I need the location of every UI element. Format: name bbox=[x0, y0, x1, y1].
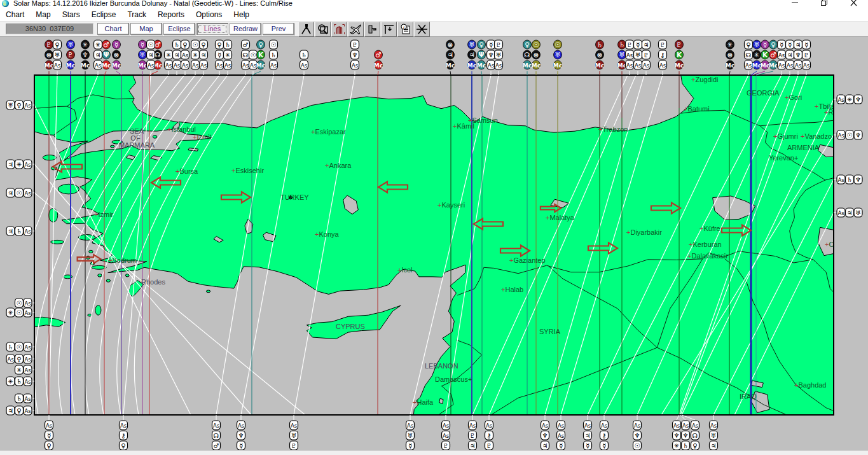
point-badge: ♄ bbox=[15, 394, 24, 403]
menu-item-eclipse[interactable]: Eclipse bbox=[86, 9, 122, 20]
point-badge: As bbox=[837, 175, 845, 184]
map-label: GEORGIA bbox=[747, 89, 780, 97]
point-badge: As bbox=[290, 421, 298, 430]
map-label: LEBANON bbox=[425, 362, 458, 370]
paint-roller-icon[interactable] bbox=[364, 22, 380, 37]
svg-text:♀: ♀ bbox=[217, 41, 221, 48]
map-label: +Gori bbox=[785, 94, 802, 101]
redraw-button[interactable]: Redraw bbox=[230, 23, 261, 35]
svg-text:♀: ♀ bbox=[121, 442, 125, 449]
svg-text:♄: ♄ bbox=[301, 52, 307, 59]
point-badge: ✳ bbox=[224, 50, 232, 59]
svg-text:i: i bbox=[403, 25, 404, 30]
toolbar-buttons: ChartMapEclipseLinesRedrawPrev bbox=[97, 23, 296, 35]
menu-item-stars[interactable]: Stars bbox=[57, 9, 86, 20]
chart-button[interactable]: Chart bbox=[97, 23, 129, 35]
point-badge: As bbox=[642, 60, 651, 69]
prev-button[interactable]: Prev bbox=[263, 23, 294, 35]
menu-item-map[interactable]: Map bbox=[30, 9, 56, 20]
coordinates-display: 36N30 037E09 bbox=[6, 24, 93, 34]
offset-arrow-icon[interactable] bbox=[381, 22, 397, 37]
menu-item-chart[interactable]: Chart bbox=[0, 9, 30, 20]
svg-text:☿: ☿ bbox=[586, 442, 589, 449]
map-button[interactable]: Map bbox=[130, 23, 162, 35]
minimize-button[interactable] bbox=[780, 0, 809, 8]
island bbox=[125, 274, 129, 277]
svg-text:♆: ♆ bbox=[855, 96, 861, 103]
map-label: +Gjumri bbox=[773, 132, 798, 140]
planet-badge: Mc bbox=[675, 60, 684, 69]
lines-toggle-icon[interactable] bbox=[414, 22, 430, 37]
menu-item-reports[interactable]: Reports bbox=[152, 9, 190, 20]
svg-text:As: As bbox=[558, 433, 565, 439]
menu-item-options[interactable]: Options bbox=[190, 9, 228, 20]
point-badge: As bbox=[691, 421, 699, 430]
planet-badge: ⊗ bbox=[446, 40, 455, 49]
svg-text:☊: ☊ bbox=[746, 52, 752, 59]
point-badge: ♇ bbox=[495, 40, 503, 49]
lake bbox=[439, 398, 443, 403]
planet-badge: ♅ bbox=[753, 40, 761, 49]
point-badge: As bbox=[626, 50, 634, 59]
planet-badge: K bbox=[257, 50, 265, 59]
svg-text:♇: ♇ bbox=[470, 432, 476, 439]
point-badge: As bbox=[837, 95, 845, 104]
travel-plane-icon[interactable] bbox=[348, 22, 364, 37]
svg-text:✳: ✳ bbox=[727, 41, 733, 48]
map-label: +Malatya bbox=[546, 214, 575, 221]
maximize-button[interactable] bbox=[809, 0, 839, 8]
svg-text:♄: ♄ bbox=[225, 41, 231, 48]
svg-text:⊗: ⊗ bbox=[727, 51, 733, 59]
point-badge: ♇ bbox=[659, 40, 667, 49]
map-label: +Icel bbox=[397, 266, 413, 274]
svg-text:♆: ♆ bbox=[352, 52, 358, 59]
point-badge: ☉ bbox=[15, 342, 24, 351]
point-badge: ✳ bbox=[6, 308, 15, 317]
map-label: +Konya bbox=[315, 230, 340, 238]
svg-text:☉: ☉ bbox=[555, 41, 560, 48]
point-badge: ♀ bbox=[691, 441, 699, 450]
close-button[interactable] bbox=[839, 0, 868, 8]
point-badge: ♇ bbox=[442, 441, 450, 450]
map-label: +Bodrum bbox=[108, 256, 137, 264]
svg-text:♆: ♆ bbox=[796, 52, 801, 59]
island bbox=[153, 136, 156, 139]
point-badge: ♃ bbox=[200, 50, 208, 59]
zoom-icon[interactable] bbox=[315, 22, 331, 37]
svg-text:As: As bbox=[24, 300, 31, 307]
planet-badge: ☿ bbox=[761, 40, 769, 49]
svg-text:As: As bbox=[634, 423, 641, 429]
svg-text:♃: ♃ bbox=[585, 432, 591, 439]
map-label: +Kerburan bbox=[689, 241, 722, 248]
svg-text:As: As bbox=[213, 423, 220, 429]
svg-text:♃: ♃ bbox=[787, 52, 793, 59]
svg-text:✳: ✳ bbox=[166, 52, 171, 59]
svg-text:♅: ♅ bbox=[55, 52, 60, 59]
astro-map[interactable]: SEAOFMARMARA+Istanbul+Izmit+Bursa+Eskise… bbox=[0, 37, 868, 450]
toolbar: 36N30 037E09 ChartMapEclipseLinesRedrawP… bbox=[0, 22, 868, 37]
svg-text:☿: ☿ bbox=[636, 41, 640, 48]
point-badge: ☉ bbox=[249, 50, 258, 59]
pan-hand-icon[interactable] bbox=[331, 22, 347, 37]
menu-item-help[interactable]: Help bbox=[228, 9, 255, 20]
pointer-tool-icon[interactable] bbox=[298, 22, 314, 37]
planet-badge: ♀ bbox=[478, 40, 486, 49]
map-label: +Trabzon bbox=[598, 125, 628, 133]
point-badge: ✳ bbox=[165, 50, 173, 59]
menu-item-track[interactable]: Track bbox=[121, 9, 152, 20]
info-report-icon[interactable]: i bbox=[397, 22, 413, 37]
svg-text:As: As bbox=[837, 177, 844, 183]
point-badge: ♇ bbox=[290, 441, 298, 450]
map-label: Damascus+ bbox=[435, 375, 472, 383]
point-badge: As bbox=[442, 421, 450, 430]
svg-text:As: As bbox=[837, 210, 844, 216]
svg-text:✳: ✳ bbox=[95, 41, 100, 48]
svg-text:♃: ♃ bbox=[8, 228, 13, 235]
svg-text:♀: ♀ bbox=[17, 407, 21, 414]
lines-button[interactable]: Lines bbox=[196, 23, 228, 35]
svg-text:♀: ♀ bbox=[17, 356, 21, 363]
map-label: +Diyarbakir bbox=[626, 228, 662, 236]
point-badge: As bbox=[626, 60, 634, 69]
point-badge: ♀ bbox=[216, 40, 224, 49]
eclipse-button[interactable]: Eclipse bbox=[163, 23, 195, 35]
